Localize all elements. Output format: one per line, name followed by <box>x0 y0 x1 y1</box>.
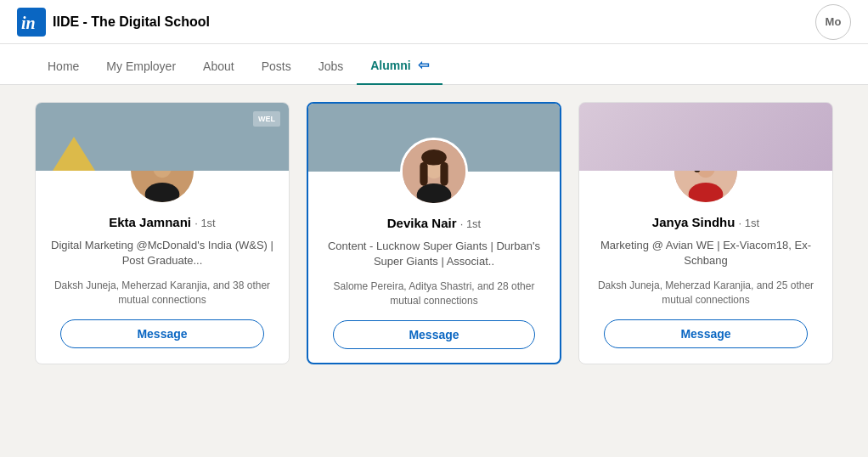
linkedin-logo: in <box>17 8 46 37</box>
mutual-devika: Salome Pereira, Aditya Shastri, and 28 o… <box>322 279 546 308</box>
avatar-devika <box>400 138 468 206</box>
more-button[interactable]: Mo <box>815 4 851 40</box>
mutual-ekta: Daksh Juneja, Meherzad Karanjia, and 38 … <box>49 279 275 307</box>
card-desc-devika: Content - Lucknow Super Giants | Durban'… <box>322 239 546 269</box>
card-name-devika: Devika Nair · 1st <box>387 216 481 230</box>
logo-area: in IIDE - The Digital School <box>17 8 210 37</box>
card-body-ekta: Ekta Jamnani · 1st Digital Marketing @Mc… <box>36 205 289 364</box>
nav-item-alumni[interactable]: Alumni ⇦ <box>357 57 442 85</box>
alumni-section: WEL Ekta Jamnani · 1st Digital Marketing… <box>0 85 868 381</box>
card-banner-janya <box>579 103 832 171</box>
card-desc-janya: Marketing @ Avian WE | Ex-Viacom18, Ex-S… <box>593 238 819 268</box>
alumni-card-janya: Janya Sindhu · 1st Marketing @ Avian WE … <box>578 102 833 364</box>
linkedin-logo-icon: in <box>17 8 46 37</box>
header: in IIDE - The Digital School Mo <box>0 0 868 44</box>
nav-item-my-employer[interactable]: My Employer <box>93 59 189 85</box>
card-body-janya: Janya Sindhu · 1st Marketing @ Avian WE … <box>579 205 832 364</box>
alumni-arrow-icon: ⇦ <box>418 57 429 73</box>
card-desc-ekta: Digital Marketing @McDonald's India (W&S… <box>49 238 275 268</box>
message-button-janya[interactable]: Message <box>604 319 807 348</box>
svg-text:in: in <box>21 14 36 32</box>
company-name: IIDE - The Digital School <box>53 14 210 30</box>
card-banner-ekta: WEL <box>36 103 289 171</box>
card-name-janya: Janya Sindhu · 1st <box>652 215 759 229</box>
nav-item-home[interactable]: Home <box>34 59 93 85</box>
message-button-ekta[interactable]: Message <box>60 319 263 348</box>
svg-point-13 <box>421 150 447 166</box>
alumni-card-devika: Devika Nair · 1st Content - Lucknow Supe… <box>307 102 561 364</box>
card-name-ekta: Ekta Jamnani · 1st <box>109 215 215 229</box>
alumni-card-ekta: WEL Ekta Jamnani · 1st Digital Marketing… <box>35 102 290 364</box>
header-right: Mo <box>815 4 851 40</box>
nav-item-about[interactable]: About <box>189 59 248 85</box>
svg-rect-11 <box>420 162 427 186</box>
svg-rect-12 <box>440 162 448 186</box>
message-button-devika[interactable]: Message <box>333 320 535 349</box>
card-body-devika: Devika Nair · 1st Content - Lucknow Supe… <box>308 206 560 363</box>
avatar-devika-image <box>403 140 465 203</box>
mutual-janya: Daksh Juneja, Meherzad Karanjia, and 25 … <box>593 279 819 307</box>
nav-item-posts[interactable]: Posts <box>248 59 305 85</box>
navigation: Home My Employer About Posts Jobs Alumni… <box>0 44 868 85</box>
nav-item-jobs[interactable]: Jobs <box>305 59 358 85</box>
